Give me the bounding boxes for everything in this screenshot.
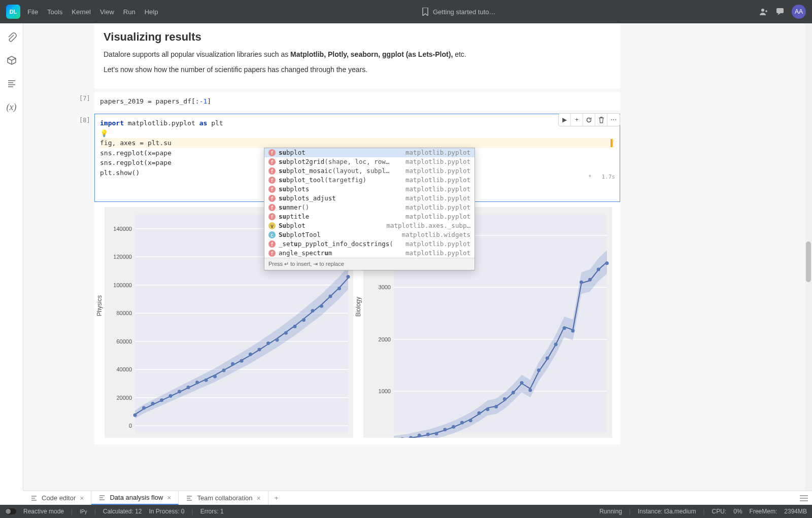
close-icon[interactable]: × xyxy=(80,494,84,502)
completion-item[interactable]: vSubplotmatplotlib.axes._subp… xyxy=(264,221,475,230)
completion-item[interactable]: fsubplotmatplotlib.pyplot xyxy=(264,148,475,157)
bottom-tabs: Code editor×Data analysis flow×Team coll… xyxy=(23,491,812,505)
restart-button[interactable] xyxy=(583,114,595,126)
statusbar: Reactive mode | IPy | Calculated: 12 In … xyxy=(0,505,812,518)
bulb-icon[interactable]: 💡 xyxy=(100,129,108,137)
menu-tools[interactable]: Tools xyxy=(47,8,62,16)
tabs-menu-icon[interactable] xyxy=(796,491,812,505)
bottom-tab[interactable]: Team collaboration× xyxy=(179,491,268,505)
completion-item[interactable]: f_setup_pyplot_info_docstrings(matplotli… xyxy=(264,239,475,249)
avatar[interactable]: AA xyxy=(792,5,806,19)
svg-point-39 xyxy=(311,309,315,313)
menu-file[interactable]: File xyxy=(27,8,38,16)
svg-text:1000: 1000 xyxy=(379,388,391,394)
svg-point-28 xyxy=(213,375,217,378)
code-cell-8[interactable]: [8] ▶ + ⋯ import matplotlib.pyplot as pl… xyxy=(94,114,620,202)
app-logo[interactable]: DL xyxy=(6,5,20,19)
bottom-tab[interactable]: Data analysis flow× xyxy=(91,491,179,505)
svg-point-69 xyxy=(528,389,532,392)
exec-info: * 1.7s xyxy=(588,174,615,180)
title-area: Getting started tuto… xyxy=(158,8,759,16)
svg-point-0 xyxy=(761,9,764,12)
svg-point-63 xyxy=(478,411,481,415)
completion-item[interactable]: fsubplotsmatplotlib.pyplot xyxy=(264,185,475,194)
svg-text:80000: 80000 xyxy=(116,310,132,316)
svg-point-19 xyxy=(133,413,137,417)
code-input[interactable]: papers_2019 = papers_df[:-1] xyxy=(94,92,620,111)
svg-text:0: 0 xyxy=(129,423,132,429)
cpu-label: CPU: xyxy=(712,508,727,515)
svg-point-61 xyxy=(460,421,464,425)
variables-icon[interactable]: (x) xyxy=(6,101,17,113)
cpu-value: 0% xyxy=(733,508,742,515)
svg-point-68 xyxy=(520,381,524,385)
completion-item[interactable]: fsubplot_mosaic(layout, subpl…matplotlib… xyxy=(264,166,475,176)
toc-icon[interactable] xyxy=(6,78,17,89)
completion-item[interactable]: fsubplot2grid(shape, loc, row…matplotlib… xyxy=(264,157,475,166)
svg-point-29 xyxy=(222,369,226,372)
comment-icon[interactable] xyxy=(775,7,785,16)
svg-point-20 xyxy=(142,406,146,410)
package-icon[interactable] xyxy=(6,55,17,66)
svg-point-71 xyxy=(546,357,549,360)
svg-point-75 xyxy=(580,281,583,284)
ipy-label: IPy xyxy=(80,509,87,514)
inprocess-status: In Process: 0 xyxy=(149,508,184,515)
close-icon[interactable]: × xyxy=(257,494,261,502)
attachment-icon[interactable] xyxy=(6,31,17,43)
code-input[interactable]: import matplotlib.pyplot as plt 💡 fig, a… xyxy=(94,114,620,202)
close-icon[interactable]: × xyxy=(167,494,171,502)
svg-point-62 xyxy=(469,419,472,422)
doc-title[interactable]: Getting started tuto… xyxy=(433,8,496,16)
scrollbar[interactable] xyxy=(805,23,812,491)
y-axis-label: Physics xyxy=(96,295,103,316)
add-cell-button[interactable]: + xyxy=(571,114,583,126)
running-status: Running xyxy=(599,508,622,515)
add-user-icon[interactable] xyxy=(759,7,768,16)
completion-item[interactable]: fsummer()matplotlib.pyplot xyxy=(264,203,475,212)
svg-point-32 xyxy=(249,353,252,356)
completion-item[interactable]: fangle_spectrummatplotlib.pyplot xyxy=(264,249,475,258)
more-button[interactable]: ⋯ xyxy=(607,114,620,126)
delete-cell-button[interactable] xyxy=(595,114,607,126)
svg-point-22 xyxy=(160,399,163,402)
svg-text:100000: 100000 xyxy=(113,282,132,288)
completion-item[interactable]: fsuptitlematplotlib.pyplot xyxy=(264,212,475,221)
bookmark-icon xyxy=(422,8,429,16)
svg-point-56 xyxy=(418,434,421,437)
add-tab-button[interactable]: + xyxy=(268,491,285,505)
scrollbar-thumb[interactable] xyxy=(806,241,811,282)
svg-point-60 xyxy=(452,425,455,429)
svg-point-43 xyxy=(347,275,350,279)
menu-kernel[interactable]: Kernel xyxy=(72,8,91,16)
cell-prompt: [8] xyxy=(79,117,90,124)
svg-text:2000: 2000 xyxy=(379,336,391,342)
main-menu: FileToolsKernelViewRunHelp xyxy=(27,8,158,16)
document: Visualizing results Datalore supports al… xyxy=(23,23,812,491)
reactive-toggle[interactable] xyxy=(5,508,16,514)
menu-view[interactable]: View xyxy=(100,8,114,16)
svg-point-23 xyxy=(169,394,173,398)
svg-text:40000: 40000 xyxy=(116,366,132,372)
bottom-tab[interactable]: Code editor× xyxy=(23,491,91,505)
svg-point-25 xyxy=(187,386,190,389)
code-cell-7[interactable]: [7] papers_2019 = papers_df[:-1] xyxy=(94,92,620,111)
svg-point-36 xyxy=(284,331,288,335)
svg-text:140000: 140000 xyxy=(113,226,132,232)
svg-point-76 xyxy=(588,278,592,282)
completion-item[interactable]: fsubplots_adjustmatplotlib.pyplot xyxy=(264,194,475,203)
autocomplete-popup[interactable]: fsubplotmatplotlib.pyplotfsubplot2grid(s… xyxy=(264,148,475,270)
run-cell-button[interactable]: ▶ xyxy=(559,114,571,126)
menu-run[interactable]: Run xyxy=(123,8,136,16)
svg-point-41 xyxy=(329,295,332,298)
completion-item[interactable]: fsubplot_tool(targetfig)matplotlib.pyplo… xyxy=(264,176,475,185)
svg-point-67 xyxy=(512,391,515,395)
markdown-cell[interactable]: Visualizing results Datalore supports al… xyxy=(94,23,620,89)
instance-status: Instance: t3a.medium xyxy=(638,508,696,515)
menu-help[interactable]: Help xyxy=(145,8,158,16)
svg-point-64 xyxy=(486,407,489,411)
svg-point-70 xyxy=(537,368,540,372)
svg-point-74 xyxy=(571,329,574,333)
completion-item[interactable]: cSubplotToolmatplotlib.widgets xyxy=(264,230,475,239)
svg-point-27 xyxy=(205,378,208,382)
